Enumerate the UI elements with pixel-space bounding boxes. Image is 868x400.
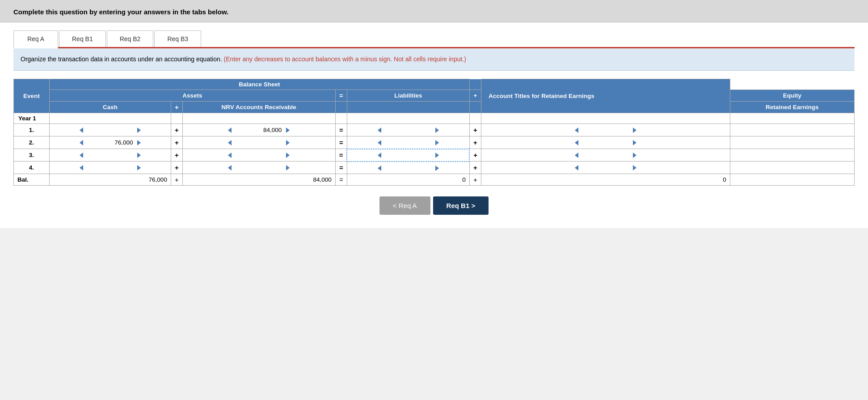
bal-label: Bal. — [14, 174, 50, 186]
tab-req-b2[interactable]: Req B2 — [107, 30, 154, 47]
row1-liabilities-cell[interactable] — [347, 124, 469, 136]
row3-cash-triangle-left — [80, 153, 83, 158]
header-liabilities-sub — [347, 102, 469, 113]
row1-account-titles-cell[interactable] — [730, 124, 854, 136]
row2-liabilities-input[interactable] — [383, 138, 433, 147]
row3-liabilities-cell[interactable] — [347, 149, 469, 162]
row1-liabilities-input[interactable] — [383, 126, 433, 134]
row2-label: 2. — [14, 136, 50, 149]
header-nrv: NRV Accounts Receivable — [182, 102, 335, 113]
row3-plus1: + — [171, 149, 182, 162]
header-plus2: + — [171, 102, 182, 113]
bottom-nav: < Req A Req B1 > — [13, 196, 855, 215]
row3-nrv-cell[interactable] — [182, 149, 335, 162]
row1-cash-triangle-left — [80, 128, 83, 133]
tab-req-b3[interactable]: Req B3 — [154, 30, 201, 47]
page-wrapper: Complete this question by entering your … — [0, 0, 868, 400]
header-plus-equity: + — [469, 90, 481, 102]
row2-retained-input[interactable] — [581, 138, 630, 147]
row2-nrv-cell[interactable] — [182, 136, 335, 149]
row2-cash-triangle-right — [137, 140, 141, 145]
row2-equals: = — [335, 136, 347, 149]
next-button[interactable]: Req B1 > — [433, 196, 489, 215]
bal-liabilities: 0 — [347, 174, 469, 186]
row3-cash-triangle-right — [137, 153, 141, 158]
row4-liabilities-input[interactable] — [383, 163, 433, 172]
row4-nrv-cell[interactable] — [182, 162, 335, 174]
row3-equals: = — [335, 149, 347, 162]
row2-nrv-triangle-right — [286, 140, 290, 145]
bal-cash: 76,000 — [50, 174, 171, 186]
row1-nrv-triangle-right — [286, 128, 290, 133]
row3-account-titles-cell[interactable] — [730, 149, 854, 162]
header-account-titles: Account Titles for Retained Earnings — [481, 79, 730, 113]
row4-account-titles-cell[interactable] — [730, 162, 854, 174]
row4-cash-input[interactable] — [85, 163, 135, 172]
row2-account-titles-cell[interactable] — [730, 136, 854, 149]
row4-cash-cell[interactable] — [50, 162, 171, 174]
bal-equals: = — [335, 174, 347, 186]
row4-nrv-triangle-right — [286, 165, 290, 170]
row3-nrv-triangle-left — [228, 153, 232, 158]
row2-retained-cell[interactable] — [481, 136, 730, 149]
row1-retained-input[interactable] — [581, 126, 630, 134]
header-plus3 — [469, 102, 481, 113]
row3-ret-triangle-left — [575, 153, 578, 158]
row4-plus1: + — [171, 162, 182, 174]
row2-plus2: + — [469, 136, 481, 149]
row2-account-titles-input[interactable] — [767, 138, 817, 147]
row3-retained-cell[interactable] — [481, 149, 730, 162]
description-text: Organize the transaction data in account… — [21, 55, 222, 63]
bal-nrv: 84,000 — [182, 174, 335, 186]
row4-retained-cell[interactable] — [481, 162, 730, 174]
row2-nrv-triangle-left — [228, 140, 232, 145]
row4-account-titles-input[interactable] — [767, 163, 817, 172]
bal-plus1: + — [171, 174, 182, 186]
header-liabilities: Liabilities — [347, 90, 469, 102]
row2-cash-triangle-left — [80, 140, 83, 145]
row3-ret-triangle-right — [633, 153, 636, 158]
header-balance-sheet: Balance Sheet — [50, 79, 470, 90]
accounting-table: Event Balance Sheet Account Titles for R… — [13, 79, 855, 186]
row1-plus2: + — [469, 124, 481, 136]
instruction-text: Complete this question by entering your … — [13, 8, 228, 16]
row3-cash-input[interactable] — [85, 151, 135, 159]
row1-retained-cell[interactable] — [481, 124, 730, 136]
tab-req-a[interactable]: Req A — [13, 30, 58, 48]
prev-button[interactable]: < Req A — [379, 196, 430, 215]
row1-cash-cell[interactable] — [50, 124, 171, 136]
row2-liabilities-cell[interactable] — [347, 136, 469, 149]
table-row-1: 1. + = — [14, 124, 855, 136]
row1-equals: = — [335, 124, 347, 136]
row1-cash-triangle-right — [137, 128, 141, 133]
row4-liabilities-cell[interactable] — [347, 162, 469, 174]
row1-nrv-cell[interactable] — [182, 124, 335, 136]
bal-account-titles — [730, 174, 854, 186]
tab-req-b1[interactable]: Req B1 — [59, 30, 106, 47]
tabs-row: Req A Req B1 Req B2 Req B3 — [13, 22, 855, 48]
row3-retained-input[interactable] — [581, 151, 630, 159]
row1-account-titles-input[interactable] — [767, 126, 817, 134]
row2-cash-cell[interactable] — [50, 136, 171, 149]
row4-nrv-input[interactable] — [234, 163, 283, 172]
row1-plus1: + — [171, 124, 182, 136]
row3-account-titles-input[interactable] — [767, 151, 817, 159]
row2-liab-triangle-left — [378, 140, 381, 145]
row2-cash-input[interactable] — [85, 138, 135, 147]
row4-retained-input[interactable] — [581, 163, 630, 172]
header-assets: Assets — [50, 90, 336, 102]
instruction-bar: Complete this question by entering your … — [0, 0, 868, 22]
row1-liab-triangle-left — [378, 128, 381, 133]
row3-liab-triangle-right — [435, 153, 439, 158]
row2-nrv-input[interactable] — [234, 138, 283, 147]
row3-cash-cell[interactable] — [50, 149, 171, 162]
row3-nrv-input[interactable] — [234, 151, 283, 159]
bal-plus2: + — [469, 174, 481, 186]
year1-plus2 — [469, 113, 481, 124]
description-highlight: (Enter any decreases to account balances… — [224, 55, 466, 63]
row1-nrv-input[interactable] — [234, 126, 283, 134]
row3-liabilities-input[interactable] — [383, 151, 433, 159]
row1-cash-input[interactable] — [85, 126, 135, 134]
row3-label: 3. — [14, 149, 50, 162]
row4-nrv-triangle-left — [228, 165, 232, 170]
